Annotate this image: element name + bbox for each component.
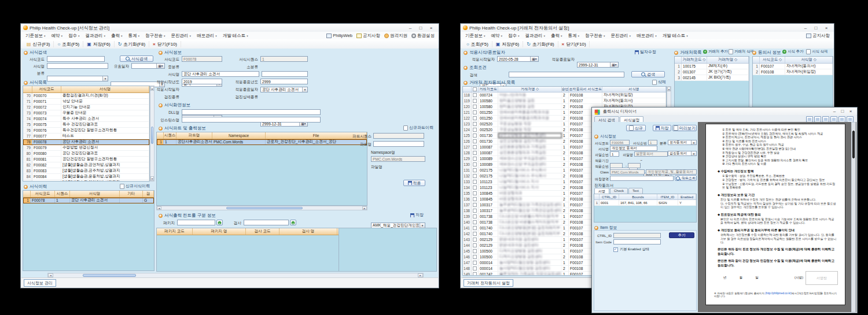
form-delete-button[interactable]: 서식 삭제 <box>806 49 827 54</box>
maximize-button[interactable]: □ <box>811 24 821 32</box>
menu-item[interactable]: 개발 테스트 <box>660 33 691 39</box>
menu-item[interactable]: 배포관리 <box>194 33 220 39</box>
maximize-button[interactable]: □ <box>415 24 426 32</box>
test-input[interactable] <box>244 220 289 225</box>
close-button[interactable]: × <box>847 108 855 115</box>
form-search-button[interactable]: 서식검색 <box>120 55 153 62</box>
form-add-button[interactable]: 서식 추가 <box>782 49 803 54</box>
item-code-input[interactable] <box>613 239 661 244</box>
menu-item[interactable]: 출력 <box>108 33 126 39</box>
toolbar-button[interactable]: 저장(F6) <box>83 41 114 47</box>
apply-start-date[interactable]: 2020-05-28 <box>497 56 539 62</box>
toolbar-button[interactable]: 닫기(F10) <box>149 41 181 47</box>
close-button[interactable]: × <box>426 24 436 32</box>
class-select-2[interactable]: 검진동의서 <box>668 151 697 156</box>
history-row[interactable]: 1F000781공단 사후관리 소견서G <box>23 198 154 203</box>
toolbar-button[interactable]: 초기화(F8) <box>523 41 558 47</box>
toolbar-button[interactable]: 조회(F5) <box>54 41 83 47</box>
delete-button[interactable]: 삭제 <box>652 79 666 85</box>
maximize-button[interactable]: □ <box>838 108 847 115</box>
sub-class-select[interactable]: 공단 사후관리 소견서 <box>260 87 308 92</box>
client-row[interactable]: 3002145JK BIO(가족) <box>675 75 749 81</box>
client-add-button[interactable]: 거래처 추가 <box>703 49 728 54</box>
control-save-button[interactable]: 저장 <box>410 212 424 218</box>
form-name-input[interactable] <box>47 63 108 69</box>
footnote-link[interactable]: (http://philipmed.co.kr) <box>765 292 791 295</box>
menu-item[interactable]: 예약 <box>488 33 506 39</box>
form-list-row[interactable]: 70F00070종합검진결과지,이견(화면) <box>23 93 149 99</box>
new-history-button[interactable]: 신규서식이력 <box>120 183 150 189</box>
word-search-button[interactable]: 워드조회 <box>675 175 697 181</box>
menu-item[interactable]: 문진관리 <box>608 33 634 39</box>
end-year-input[interactable]: 2999 <box>260 79 308 84</box>
form-list-row[interactable]: 81F00081공단건강진단 질병유소견자현황 <box>23 157 149 162</box>
new-button[interactable]: 신규 <box>626 125 646 131</box>
menu-item[interactable]: 문진관리 <box>168 33 194 39</box>
menu-item[interactable]: 통계 <box>565 33 583 39</box>
instance-input[interactable] <box>182 117 321 123</box>
menu-item[interactable]: 통계 <box>126 33 143 39</box>
menu-item[interactable]: 개발 테스트 <box>220 33 251 39</box>
form-list-row[interactable]: 85F00085[생활]생활습관,영양처방,상결과지 <box>23 180 149 181</box>
minimize-button[interactable]: – <box>830 108 838 115</box>
form-list-row[interactable]: 80F00080공단 건강진단결과표 <box>23 151 149 157</box>
toolbar-button[interactable]: 닫기(F10) <box>558 41 590 47</box>
quick-link[interactable]: 공지사항 <box>356 33 380 39</box>
form-list-row[interactable]: 82F00082[생활]생활습관,금연처방,상결과지 <box>23 162 149 168</box>
package-input[interactable] <box>177 220 215 225</box>
search-keyword-input[interactable] <box>509 72 624 77</box>
sign-control-row[interactable]: 10001167, 841, 108, 66SIGNY <box>594 200 696 206</box>
status-tab[interactable]: 거래처 전자동의서 설정 <box>464 279 513 287</box>
name-input[interactable]: 개인정보 동의서 <box>610 146 657 151</box>
menu-item[interactable]: 배포관리 <box>634 33 660 39</box>
form-list-row[interactable]: 72F00072인지기능 안내문 <box>23 105 149 110</box>
consent-form-row[interactable]: 2F00108자녀케어(위임장) <box>753 69 833 75</box>
status-tab[interactable]: 서식정보 관리 <box>24 279 56 287</box>
new-part-button[interactable]: 신규파트이력 <box>403 125 433 131</box>
client-delete-button[interactable]: 거래처 삭제 <box>729 49 754 54</box>
item-add-button[interactable]: 추가 <box>669 232 694 238</box>
class-select-1[interactable]: 전자동의서 <box>668 140 697 145</box>
signature-box[interactable]: 서명란 <box>806 271 838 285</box>
quick-link[interactable]: PhilipWeb <box>326 33 352 39</box>
quick-link[interactable]: 공지사항 <box>806 33 830 39</box>
client-row[interactable]: 2001307JK 연가(가족) <box>675 69 749 75</box>
match-area-input[interactable] <box>610 176 674 181</box>
form-list-row[interactable]: 78F00078공단 사후관리 소견서 <box>23 139 149 145</box>
form-list-vscrollbar[interactable]: ▲ ▼ <box>150 86 155 181</box>
consent-form-row[interactable]: 1F00107자녀케어(동의서) <box>753 64 833 69</box>
form-list-row[interactable]: 74F00074특수 사후관리 소견서 <box>23 116 149 122</box>
menu-item[interactable]: 출력 <box>548 33 565 39</box>
apply-end-date[interactable]: 2999-12-31 <box>577 62 619 68</box>
menu-item[interactable]: 기준정보 <box>462 33 488 39</box>
econsent-row[interactable]: 119100580한마음요양병원 검진1F00107자녀케어(동의서) <box>463 98 666 104</box>
menu-item[interactable]: 예약 <box>49 33 66 39</box>
preview-vscrollbar[interactable] <box>851 122 856 312</box>
toolbar-button[interactable]: 초기화(F8) <box>115 41 149 47</box>
menu-item[interactable]: 접수 <box>65 33 83 39</box>
menu-item[interactable]: 기준정보 <box>23 33 49 39</box>
menu-item[interactable]: 청구전송 <box>142 33 168 39</box>
category-select-1[interactable] <box>47 76 108 81</box>
edit-dates-button[interactable]: 일자수정 <box>635 49 656 55</box>
close-button[interactable]: × <box>821 24 832 32</box>
minimize-button[interactable]: – <box>405 24 415 32</box>
test-lookup-button[interactable] <box>290 220 296 225</box>
search-button[interactable]: 검색 <box>631 71 665 77</box>
client-row[interactable]: 1100175JM제지(주) <box>675 64 749 69</box>
form-list-row[interactable]: 77F00077테스트 <box>23 134 149 139</box>
form-list-row[interactable]: 84F00084[생활]생활습관,운동처방,상결과지 <box>23 174 149 180</box>
form-list-row[interactable]: 76F00076특수건강진단 질병유소견자현황 <box>23 128 149 134</box>
form-list-row[interactable]: 79F00079수령방법 변경신청서 <box>23 145 149 151</box>
part-name-input[interactable] <box>373 141 424 147</box>
save-button[interactable]: 저장 <box>653 125 671 131</box>
default-enabled-checkbox[interactable] <box>613 247 618 252</box>
preview-button[interactable]: 미리보기 <box>672 125 697 131</box>
form-list-row[interactable]: 75F00075특수 건강진단결과표 <box>23 122 149 128</box>
form-list-row[interactable]: 83F00083[생활]생활습관,금주처방,상결과지 <box>23 168 149 174</box>
menu-item[interactable]: 청구전송 <box>582 33 608 39</box>
start-year-input[interactable]: 2019 <box>182 79 222 84</box>
info-name2-input[interactable] <box>262 71 308 77</box>
package-lookup-button[interactable] <box>216 220 223 225</box>
form-list-row[interactable]: 71F00071낙상 안내문 <box>23 99 149 105</box>
